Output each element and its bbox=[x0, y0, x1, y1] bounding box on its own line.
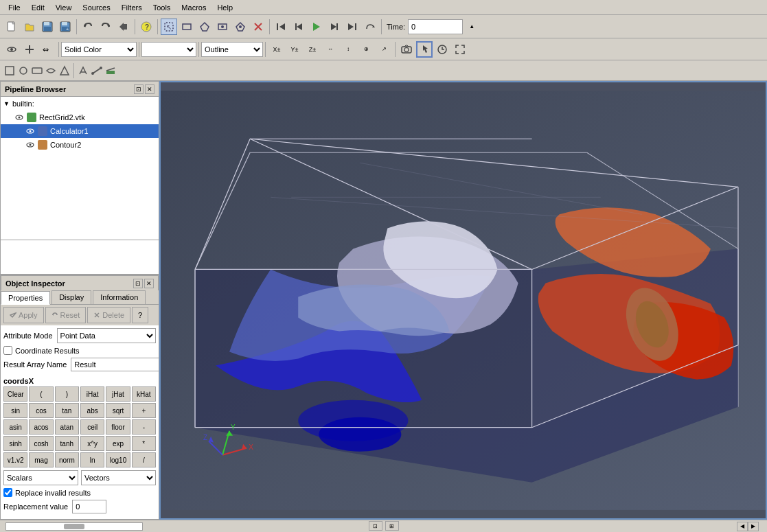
inspector-restore-btn[interactable]: ⊡ bbox=[133, 279, 143, 288]
calc-mag[interactable]: mag bbox=[29, 452, 53, 467]
view-ym-btn[interactable]: ↕ bbox=[340, 41, 356, 58]
pipeline-item-rectgrid[interactable]: RectGrid2.vtk bbox=[1, 111, 159, 124]
calc-clear[interactable]: Clear bbox=[3, 386, 27, 402]
viewport-nav-btn2[interactable]: ⊞ bbox=[385, 521, 399, 531]
open-button[interactable] bbox=[21, 19, 38, 35]
calc-rparen[interactable]: ) bbox=[55, 386, 79, 402]
select-btn[interactable]: ↖ bbox=[161, 19, 177, 35]
vectors-select[interactable]: Vectors bbox=[81, 470, 156, 485]
menu-view[interactable]: View bbox=[50, 2, 78, 13]
calc-norm[interactable]: norm bbox=[55, 452, 79, 467]
calc-sqrt[interactable]: sqrt bbox=[106, 403, 130, 418]
reset-button[interactable]: Reset bbox=[45, 307, 87, 323]
view-xm-btn[interactable]: ↔ bbox=[322, 41, 339, 58]
help-button[interactable]: ? bbox=[138, 19, 154, 35]
calc-cos[interactable]: cos bbox=[29, 403, 53, 418]
rect-select-btn[interactable] bbox=[179, 19, 195, 35]
calc-multiply[interactable]: * bbox=[132, 436, 156, 451]
next-frame-btn[interactable] bbox=[326, 19, 343, 35]
menu-help[interactable]: Help bbox=[211, 2, 238, 13]
replacement-value-input[interactable] bbox=[72, 500, 106, 513]
eye-icon-contour2[interactable] bbox=[25, 140, 35, 150]
tb3-btn1[interactable] bbox=[3, 65, 16, 77]
viewport[interactable]: X Y Z bbox=[159, 81, 767, 520]
calc-ln[interactable]: ln bbox=[80, 452, 104, 467]
tb3-btn2[interactable] bbox=[16, 65, 30, 77]
time-input[interactable] bbox=[408, 19, 463, 34]
undo-button[interactable] bbox=[80, 19, 96, 35]
color-empty-select[interactable] bbox=[141, 42, 196, 57]
eye-btn[interactable] bbox=[3, 41, 20, 58]
calc-lparen[interactable]: ( bbox=[29, 386, 53, 402]
new-button[interactable] bbox=[3, 19, 20, 35]
plus-btn[interactable] bbox=[21, 41, 38, 58]
calc-plus[interactable]: + bbox=[132, 403, 156, 418]
pipeline-restore-btn[interactable]: ⊡ bbox=[134, 84, 144, 94]
tab-information[interactable]: Information bbox=[93, 290, 146, 304]
scroll-right-btn[interactable]: ▶ bbox=[748, 522, 759, 531]
tb3-btn4[interactable] bbox=[44, 65, 58, 77]
menu-file[interactable]: File bbox=[3, 2, 26, 13]
calc-cosh[interactable]: cosh bbox=[29, 436, 53, 451]
back-button[interactable] bbox=[115, 19, 132, 35]
tab-display[interactable]: Display bbox=[51, 290, 91, 304]
apply-button[interactable]: Apply bbox=[3, 307, 44, 323]
eye-icon-calculator1[interactable] bbox=[25, 126, 35, 136]
menu-sources[interactable]: Sources bbox=[77, 2, 115, 13]
prev-frame-btn[interactable] bbox=[290, 19, 307, 35]
first-frame-btn[interactable] bbox=[273, 19, 289, 35]
save-button[interactable] bbox=[39, 19, 56, 35]
calc-asin[interactable]: asin bbox=[3, 419, 27, 435]
tb3-btn5[interactable] bbox=[58, 65, 71, 77]
result-array-name-input[interactable] bbox=[71, 358, 159, 371]
outline-select[interactable]: Outline bbox=[201, 42, 263, 57]
select3-btn[interactable] bbox=[214, 19, 231, 35]
pipeline-item-contour2[interactable]: Contour2 bbox=[1, 138, 159, 152]
menu-tools[interactable]: Tools bbox=[148, 2, 176, 13]
calc-atan[interactable]: atan bbox=[55, 419, 79, 435]
calc-xpowy[interactable]: x^y bbox=[80, 436, 104, 451]
replace-invalid-checkbox[interactable] bbox=[3, 488, 12, 497]
view-z-btn[interactable]: Z± bbox=[304, 41, 321, 58]
camera-btn[interactable] bbox=[398, 41, 415, 58]
calc-abs[interactable]: abs bbox=[80, 403, 104, 418]
scalars-select[interactable]: Scalars bbox=[3, 470, 78, 485]
calc-log10[interactable]: log10 bbox=[106, 452, 130, 467]
help-inspector-button[interactable]: ? bbox=[132, 307, 148, 323]
scroll-left-btn[interactable]: ◀ bbox=[737, 522, 748, 531]
loop-btn[interactable] bbox=[362, 19, 378, 35]
viewport-nav-btn1[interactable]: ⊡ bbox=[369, 521, 382, 531]
last-frame-btn[interactable] bbox=[344, 19, 360, 35]
menu-edit[interactable]: Edit bbox=[26, 2, 50, 13]
horizontal-scrollbar[interactable] bbox=[5, 522, 143, 531]
tb3-btn8[interactable] bbox=[104, 65, 117, 77]
tb3-btn7[interactable] bbox=[90, 65, 104, 77]
calc-floor[interactable]: floor bbox=[106, 419, 130, 435]
calc-tanh[interactable]: tanh bbox=[55, 436, 79, 451]
calc-divide[interactable]: / bbox=[132, 452, 156, 467]
redo-button[interactable] bbox=[98, 19, 114, 35]
tab-properties[interactable]: Properties bbox=[1, 291, 50, 305]
view-zm-btn[interactable]: ⊕ bbox=[358, 41, 374, 58]
calc-acos[interactable]: acos bbox=[29, 419, 53, 435]
tb3-btn6[interactable] bbox=[76, 65, 90, 77]
reset-camera-btn[interactable] bbox=[434, 41, 450, 58]
view-x-btn[interactable]: X± bbox=[268, 41, 285, 58]
save-as-button[interactable]: + bbox=[57, 19, 73, 35]
calc-jhat[interactable]: jHat bbox=[106, 386, 130, 402]
fullscreen-btn[interactable] bbox=[452, 41, 468, 58]
menu-filters[interactable]: Filters bbox=[116, 2, 148, 13]
select5-btn[interactable] bbox=[250, 19, 266, 35]
calc-exp[interactable]: exp bbox=[106, 436, 130, 451]
play-btn[interactable] bbox=[308, 19, 325, 35]
view-more-btn[interactable]: ↗ bbox=[376, 41, 392, 58]
pipeline-close-btn[interactable]: ✕ bbox=[145, 84, 154, 94]
calc-sinh[interactable]: sinh bbox=[3, 436, 27, 451]
calc-ceil[interactable]: ceil bbox=[80, 419, 104, 435]
calc-ihat[interactable]: iHat bbox=[80, 386, 104, 402]
pipeline-item-builtin[interactable]: ▼ builtin: bbox=[1, 97, 159, 111]
calc-sin[interactable]: sin bbox=[3, 403, 27, 418]
inspector-close-btn[interactable]: ✕ bbox=[144, 279, 154, 288]
calc-khat[interactable]: kHat bbox=[132, 386, 156, 402]
delete-button[interactable]: Delete bbox=[87, 307, 130, 323]
